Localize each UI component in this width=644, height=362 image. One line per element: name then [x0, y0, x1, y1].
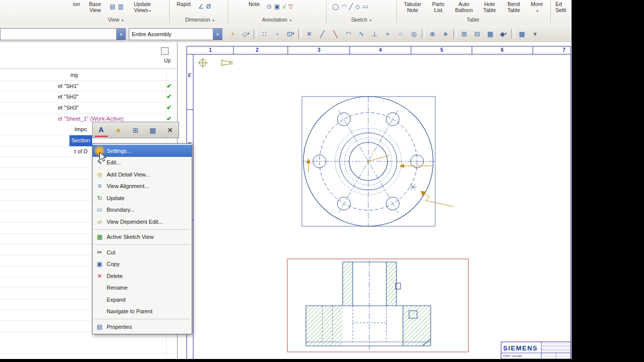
mini-toolbar-icon[interactable]: A	[95, 124, 108, 137]
up-to-date-column-header[interactable]: Up	[164, 57, 171, 63]
dimension-group-label[interactable]: Dimension ▾	[173, 17, 226, 23]
menu-item[interactable]: ↻ Update	[93, 192, 192, 204]
toolbar-icon[interactable]: ∗	[439, 28, 452, 40]
toolbar-icon[interactable]: ○	[394, 28, 407, 40]
toolbar-icon[interactable]	[422, 29, 425, 39]
toolbar-icon[interactable]: ⊕	[426, 28, 439, 40]
menu-item[interactable]: ▱ View Dependent Edit...	[93, 216, 192, 228]
toolbar-icon[interactable]: ⊞	[458, 28, 470, 40]
menu-item[interactable]: Rename	[93, 282, 192, 294]
ribbon-icon[interactable]: ∠	[198, 3, 204, 10]
check-icon: ✔	[167, 81, 172, 92]
ribbon-icon[interactable]: ▤	[110, 3, 115, 10]
ribbon-icon[interactable]: ◇	[355, 3, 360, 10]
ribbon-icon[interactable]: ╱	[349, 3, 353, 10]
ribbon-icon[interactable]: ▥	[118, 3, 123, 10]
menu-item[interactable]: ▭ Boundary...	[93, 204, 192, 216]
graphics-window[interactable]: 1 2 3 4 5 6 7 F E	[177, 42, 572, 359]
toolbar-icon[interactable]: ▦	[484, 28, 497, 40]
ribbon-button-fragment[interactable]: ion	[70, 1, 83, 7]
tree-row[interactable]: et "SH1" ✔	[0, 81, 177, 92]
toolbar-icon[interactable]: ◎	[408, 28, 420, 40]
mini-toolbar-icon[interactable]: ✕	[164, 124, 177, 136]
mini-toolbar-icon[interactable]: ∗	[112, 124, 125, 136]
toolbar-icon[interactable]: ⊥	[368, 28, 381, 40]
toolbar-icon[interactable]: ∿	[355, 28, 368, 40]
drawing-canvas[interactable]: 1 2 3 4 5 6 7 F E	[178, 42, 572, 359]
menu-item[interactable]: ≡ View Alignment...	[93, 180, 192, 193]
mini-toolbar-icon[interactable]: ▦	[146, 124, 159, 136]
tree-row-label[interactable]: et "SH2"	[58, 92, 78, 103]
ribbon-icon[interactable]: ⊙	[267, 3, 272, 10]
toolbar-icon[interactable]	[298, 29, 301, 39]
toolbar-icon[interactable]	[511, 29, 514, 39]
view-group-label[interactable]: View ▾	[70, 17, 161, 23]
toolbar-icon[interactable]: ◆▾	[497, 28, 510, 40]
tree-row[interactable]: et "SH3" ✔	[0, 103, 177, 114]
mini-toolbar-icon[interactable]: ⊞	[129, 124, 142, 136]
ribbon-icon[interactable]: ▭	[362, 3, 368, 10]
tree-row-label[interactable]: et "SH1"	[58, 81, 78, 92]
annotation-group-label[interactable]: Annotation ▾	[229, 17, 325, 23]
ribbon-icon[interactable]: √	[282, 3, 286, 10]
toolbar-icon[interactable]: ◠	[342, 28, 355, 40]
menu-item[interactable]: ▦ Active Sketch View	[93, 231, 192, 243]
tabular-note-button[interactable]: Tabular Note	[400, 1, 425, 13]
menu-item[interactable]: ✂ Cut	[93, 246, 192, 258]
menu-item[interactable]: ✕ Delete	[93, 270, 192, 282]
tree-row[interactable]: ing	[0, 70, 177, 81]
base-view-button[interactable]: Base View	[84, 1, 107, 13]
menu-item[interactable]: ◎ Add Detail View...	[93, 168, 192, 180]
scope-combo[interactable]: Entire Assembly ▾	[129, 28, 222, 40]
ribbon-icon[interactable]: ◯	[332, 3, 339, 10]
edit-settings-button[interactable]: EdSetti	[555, 1, 572, 13]
ribbon-icon[interactable]: ▣	[274, 3, 280, 10]
tree-row-label[interactable]: et "SH3"	[58, 103, 78, 114]
bend-table-button[interactable]: Bend Table	[503, 1, 524, 13]
toolbar-icon[interactable]: ╱	[316, 28, 329, 40]
toolbar-icon[interactable]: ＋	[226, 28, 239, 40]
section-view[interactable]	[287, 259, 468, 352]
projection-symbols[interactable]	[198, 58, 232, 68]
toolbar-icon[interactable]: ▾	[529, 28, 541, 40]
toolbar-icon[interactable]	[453, 29, 456, 39]
ribbon-icon[interactable]: ▽	[288, 3, 293, 10]
rapid-dimension-button[interactable]: Rapid	[173, 1, 194, 7]
toolbar-icon[interactable]	[254, 29, 257, 39]
hole-table-button[interactable]: Hole Table	[479, 1, 500, 13]
toolbar-icon[interactable]: ▩	[516, 28, 528, 40]
tree-row-label[interactable]: Impo	[74, 124, 87, 135]
toolbar-icon[interactable]: ╲	[329, 28, 342, 40]
flange-top-view[interactable]	[302, 97, 454, 226]
tree-row[interactable]: et "SH2" ✔	[0, 92, 177, 103]
toolbar-icon[interactable]: ▫	[271, 28, 284, 40]
menu-item[interactable]: Expand	[93, 294, 192, 306]
toolbar-icon[interactable]: ∷	[258, 28, 271, 40]
menu-item[interactable]: ▣ Copy	[93, 258, 192, 270]
menu-item[interactable]: Navigate to Parent	[93, 306, 192, 318]
panel-pin-button[interactable]	[161, 47, 169, 55]
title-block[interactable]: SIEMENS FIRST ISSUED	[501, 342, 571, 359]
sketch-group-label[interactable]: Sketch ▾	[327, 17, 395, 23]
chevron-down-icon[interactable]: ▾	[116, 29, 125, 40]
chevron-down-icon[interactable]: ▾	[213, 29, 222, 40]
menu-item[interactable]: ▤ Properties	[93, 321, 192, 333]
more-button[interactable]: More▾	[527, 1, 546, 14]
tree-row-label[interactable]: Section	[69, 135, 92, 146]
ribbon-icon[interactable]: Ø	[206, 3, 211, 10]
toolbar-icon[interactable]: ✕	[303, 28, 315, 40]
view-selection-combo[interactable]: ▾	[0, 28, 126, 40]
tree-row-label[interactable]: t of D	[74, 146, 88, 157]
parts-list-button[interactable]: Parts List	[428, 1, 449, 13]
auto-balloon-button[interactable]: Auto Balloon	[452, 1, 476, 13]
toolbar-icon[interactable]: ⊡▾	[284, 28, 297, 40]
toolbar-icon[interactable]: ⊟	[471, 28, 484, 40]
ribbon-icon[interactable]: ◠	[341, 3, 346, 10]
update-views-button[interactable]: Update Views▾	[129, 1, 156, 14]
annotation-leaders[interactable]	[306, 155, 454, 207]
table-group-label[interactable]: Table	[397, 17, 548, 23]
tree-row-label[interactable]: ing	[70, 70, 78, 81]
toolbar-icon[interactable]: +	[381, 28, 394, 40]
toolbar-icon[interactable]: ◇▾	[239, 28, 252, 40]
note-button[interactable]: Note	[245, 1, 264, 7]
